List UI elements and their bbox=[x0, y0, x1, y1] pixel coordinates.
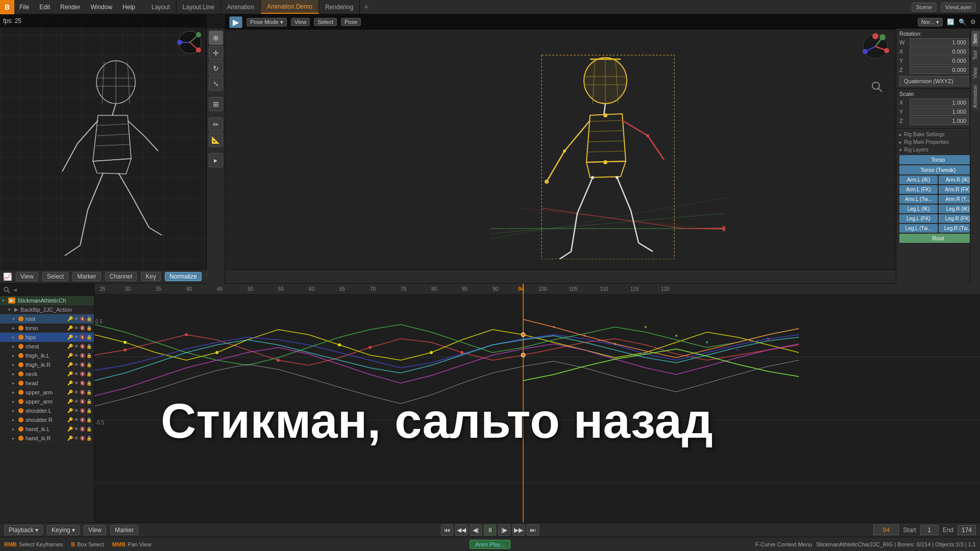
tool-annotate[interactable]: ✏ bbox=[209, 117, 223, 132]
rig-main-toggle[interactable]: Rig Main Properties bbox=[899, 138, 977, 146]
pose-mode-btn[interactable]: Pose Mode ▾ bbox=[247, 18, 287, 27]
rig-layers-toggle[interactable]: Rig Layers bbox=[899, 146, 977, 154]
prop-w-value[interactable]: 1.000 bbox=[910, 38, 969, 46]
play-pause-btn[interactable]: ⏸ bbox=[484, 524, 496, 536]
channel-head[interactable]: ▸ head 🔑 👁 🔇 🔒 bbox=[0, 379, 94, 388]
rig-layer-arm-l-tw[interactable]: Arm.L (Tw... bbox=[899, 195, 938, 204]
rig-layer-leg-l-fk[interactable]: Leg.L (FK) bbox=[899, 214, 938, 223]
channel-upper-arm-r[interactable]: ▸ upper_arm 🔑 👁 🔇 🔒 bbox=[0, 397, 94, 406]
marker-playback-btn[interactable]: Marker bbox=[110, 525, 138, 535]
view-menu-btn[interactable]: View bbox=[16, 272, 38, 281]
rig-layer-leg-l-ik[interactable]: Leg.L (IK) bbox=[899, 205, 938, 213]
right-tab-view[interactable]: View bbox=[971, 64, 979, 82]
channel-menu-btn[interactable]: Channel bbox=[105, 272, 137, 281]
rig-layer-arm-l-ik[interactable]: Arm.L (IK) bbox=[899, 176, 938, 184]
timeline-ruler[interactable]: 25 30 35 40 45 50 55 60 65 70 75 80 85 9… bbox=[94, 284, 980, 294]
scale-z-value[interactable]: 1.000 bbox=[910, 117, 969, 125]
rig-layer-leg-l-tw[interactable]: Leg.L (Tw... bbox=[899, 224, 938, 233]
tool-measure[interactable]: 📐 bbox=[209, 133, 223, 147]
scale-y-value[interactable]: 1.000 bbox=[910, 108, 969, 116]
channel-neck[interactable]: ▸ neck 🔑 👁 🔇 🔒 bbox=[0, 369, 94, 379]
menu-window[interactable]: Window bbox=[85, 0, 117, 14]
view-btn[interactable]: View bbox=[291, 18, 310, 26]
viewport-icon-3[interactable]: ⚙ bbox=[970, 18, 976, 26]
channel-shoulder-l[interactable]: ▸ shoulder.L 🔑 👁 🔇 🔒 bbox=[0, 406, 94, 415]
lock-icon[interactable]: 🔒 bbox=[86, 316, 92, 321]
channel-upper-arm-l[interactable]: ▸ upper_arm 🔑 👁 🔇 🔒 bbox=[0, 388, 94, 397]
rig-bake-toggle[interactable]: Rig Bake Settings bbox=[899, 131, 977, 138]
channel-hand-ikl[interactable]: ▸ hand_ik.L 🔑 👁 🔇 🔒 bbox=[0, 424, 94, 434]
collapse-icon[interactable]: ◄ bbox=[12, 287, 18, 293]
tool-rotate[interactable]: ↻ bbox=[209, 61, 223, 76]
view-layer-selector[interactable]: ViewLayer bbox=[941, 3, 976, 12]
start-frame[interactable]: 1 bbox=[920, 525, 939, 535]
menu-help[interactable]: Help bbox=[117, 0, 140, 14]
channel-thigh-ikr[interactable]: ▸ thigh_ik.R 🔑 👁 🔇 🔒 bbox=[0, 360, 94, 369]
tool-transform[interactable]: ⊞ bbox=[209, 97, 223, 111]
playback-menu-btn[interactable]: Playback ▾ bbox=[4, 525, 43, 535]
rig-layer-root[interactable]: Root bbox=[899, 234, 977, 243]
marker-menu-btn[interactable]: Marker bbox=[72, 272, 101, 281]
viewport-icon-1[interactable]: 🔄 bbox=[947, 18, 954, 26]
menu-file[interactable]: File bbox=[14, 0, 34, 14]
normalize-btn[interactable]: Nor... ▾ bbox=[918, 18, 943, 27]
current-frame[interactable]: 94 bbox=[873, 524, 899, 535]
jump-end-btn[interactable]: ⏭ bbox=[527, 524, 539, 536]
pose-btn[interactable]: Pose bbox=[341, 18, 361, 26]
jump-start-btn[interactable]: ⏮ bbox=[441, 524, 453, 536]
add-workspace-btn[interactable]: + bbox=[360, 3, 373, 12]
menu-edit[interactable]: Edit bbox=[34, 0, 55, 14]
rig-layer-torso[interactable]: Torso bbox=[899, 155, 977, 164]
zoom-icon[interactable] bbox=[871, 81, 883, 94]
vis-icon[interactable]: 👁 bbox=[74, 316, 79, 321]
right-tab-animation[interactable]: Animation bbox=[971, 82, 979, 111]
end-frame[interactable]: 174 bbox=[958, 525, 976, 535]
rig-layer-torso-tweak[interactable]: Torso (Tweak) bbox=[899, 165, 977, 174]
select-btn[interactable]: Select bbox=[314, 18, 337, 26]
right-tab-tool[interactable]: Tool bbox=[971, 47, 979, 63]
channel-action[interactable]: ▾ ▶ Backflip_2JC_Action bbox=[0, 305, 94, 314]
viewport-icon-2[interactable]: 🔍 bbox=[959, 18, 966, 26]
tool-move[interactable]: ✛ bbox=[209, 46, 223, 60]
menu-render[interactable]: Render bbox=[55, 0, 85, 14]
tool-scale[interactable]: ⤡ bbox=[209, 77, 223, 91]
key-menu-btn[interactable]: Key bbox=[141, 272, 161, 281]
tool-cursor[interactable]: ⊕ bbox=[209, 31, 223, 45]
channel-hips[interactable]: ▸ hips 🔑 👁 🔇 🔒 bbox=[0, 333, 94, 342]
right-viewport[interactable]: ▶ Pose Mode ▾ View Select Pose Nor... ▾ … bbox=[225, 14, 980, 269]
expand-armature[interactable]: ▾ bbox=[2, 298, 8, 303]
channel-torso[interactable]: ▸ torso 🔑 👁 🔇 🔒 bbox=[0, 323, 94, 333]
tool-extra1[interactable]: ▸ bbox=[209, 153, 223, 167]
normalize-toggle-btn[interactable]: Normalize bbox=[165, 272, 202, 281]
channel-root[interactable]: ▾ root 🔑 👁 🔇 🔒 bbox=[0, 314, 94, 323]
next-frame-btn[interactable]: ▶▶ bbox=[512, 524, 525, 536]
prev-keyframe-btn[interactable]: ◀| bbox=[470, 524, 482, 536]
fcurve-graph-area[interactable]: 25 30 35 40 45 50 55 60 65 70 75 80 85 9… bbox=[94, 284, 980, 551]
tab-layout[interactable]: Layout bbox=[145, 0, 177, 14]
key-icon-t[interactable]: 🔑 bbox=[67, 325, 73, 331]
expand-action[interactable]: ▾ bbox=[8, 307, 14, 312]
channel-chest[interactable]: ▸ chest 🔑 👁 🔇 🔒 bbox=[0, 342, 94, 351]
prop-y-value[interactable]: 0.000 bbox=[910, 57, 969, 65]
nav-gizmo-right[interactable] bbox=[861, 32, 889, 62]
mute-icon-t[interactable]: 🔇 bbox=[80, 325, 85, 331]
viewport-active-btn[interactable]: ▶ bbox=[229, 16, 242, 28]
editor-type-icon[interactable]: 📈 bbox=[3, 272, 12, 281]
next-keyframe-btn[interactable]: |▶ bbox=[498, 524, 510, 536]
channel-root-armature[interactable]: ▾ ▶ StickmanAthleticCh bbox=[0, 296, 94, 305]
tab-animation-demo[interactable]: Animation.Demo bbox=[261, 0, 319, 14]
scale-x-value[interactable]: 1.000 bbox=[910, 98, 969, 107]
anim-play-btn[interactable]: Anim Play... bbox=[470, 540, 510, 549]
tab-rendering[interactable]: Rendering bbox=[319, 0, 360, 14]
channel-shoulder-r[interactable]: ▸ shoulder.R 🔑 👁 🔇 🔒 bbox=[0, 415, 94, 424]
channel-thigh-ikl[interactable]: ▸ thigh_ik.L 🔑 👁 🔇 🔒 bbox=[0, 351, 94, 360]
keying-menu-btn[interactable]: Keying ▾ bbox=[47, 525, 80, 535]
left-viewport[interactable]: fps: 25 bbox=[0, 14, 207, 269]
select-menu-btn[interactable]: Select bbox=[42, 272, 68, 281]
lock-icon-t[interactable]: 🔒 bbox=[86, 325, 92, 331]
prop-z-value[interactable]: 0.000 bbox=[910, 66, 969, 74]
channel-hand-ikr[interactable]: ▸ hand_ik.R 🔑 👁 🔇 🔒 bbox=[0, 434, 94, 443]
quaternion-selector[interactable]: Quaternion (WXYZ) bbox=[899, 76, 977, 86]
tab-layout-line[interactable]: Layout.Line bbox=[177, 0, 221, 14]
prev-frame-btn[interactable]: ◀◀ bbox=[455, 524, 468, 536]
